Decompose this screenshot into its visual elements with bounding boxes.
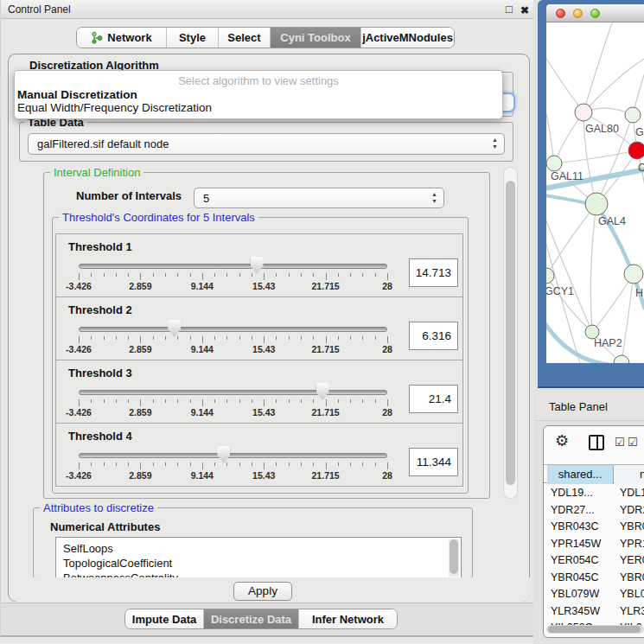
slider-ticks [79,399,387,407]
network-node-label: GAL11 [551,170,583,182]
attribute-item[interactable]: TopologicalCoefficient [56,556,461,571]
table-horizontal-scrollbar[interactable] [546,625,644,634]
slider-track[interactable] [79,453,387,458]
attributes-scrollbar-thumb[interactable] [450,539,458,574]
combobox-stepper-icon[interactable]: ▲▼ [492,137,498,150]
cell-name[interactable]: YDL1 [620,485,644,501]
network-nodes[interactable] [546,104,644,363]
threshold-value-field[interactable]: 14.713 [409,258,458,287]
zoom-traffic-light-icon[interactable] [590,9,600,18]
cell-name[interactable]: YLR3 [620,603,644,620]
threshold-value-field[interactable]: 6.316 [409,322,458,350]
table-data-combobox[interactable]: galFiltered.sif default node ▲▼ [28,133,505,155]
bottom-tab-impute-data[interactable]: Impute Data [125,609,203,628]
slider-thumb[interactable] [217,446,230,463]
threshold-value-field[interactable]: 11.344 [409,448,458,476]
slider-thumb[interactable] [316,383,329,400]
table-row[interactable]: YBL079WYBL0 [544,586,644,603]
node-h[interactable] [624,265,643,284]
node-gal80[interactable] [575,104,592,121]
number-of-intervals-combobox[interactable]: 5 ▲▼ [194,188,444,208]
network-node-label: GA [635,126,644,138]
cell-name[interactable]: YBR0 [620,570,644,586]
cell-shared-name[interactable]: YBL079W [551,586,613,603]
slider-thumb[interactable] [168,320,181,337]
table-row[interactable]: YBR043CYBR0 [544,519,644,536]
cell-shared-name[interactable]: YER054C [551,552,613,569]
table-panel-title: Table Panel [549,400,608,413]
tab-label: Cyni Toolbox [280,31,350,44]
node-gal4[interactable] [585,193,608,215]
column-header-shared-name[interactable]: shared... [547,465,614,484]
network-window-titlebar[interactable] [546,4,644,22]
minimize-traffic-light-icon[interactable] [573,9,583,18]
network-canvas[interactable]: GAL80GACGAL11GAL4GCY1HHAP2 [546,22,644,363]
algorithm-option[interactable]: Equal Width/Frequency Discretization [17,101,212,114]
threshold-label: Threshold 1 [68,240,132,253]
table-header-row: shared... na [544,464,644,483]
table-row[interactable]: YDL19...YDL1 [544,485,644,502]
slider-thumb[interactable] [251,257,264,274]
combobox-stepper-icon[interactable]: ▲▼ [431,191,437,205]
slider-track[interactable] [79,390,387,395]
table-row[interactable]: YLR345WYLR3 [544,603,644,621]
panel-title: Control Panel [8,3,71,16]
table-row[interactable]: YBR045CYBR0 [544,570,644,587]
table-horizontal-scrollbar-thumb[interactable] [548,626,641,633]
float-window-icon[interactable]: □ [506,3,513,16]
numerical-attributes-label: Numerical Attributes [50,520,160,533]
node-top-right[interactable] [625,107,641,123]
node-gal11[interactable] [546,156,562,171]
table-row[interactable]: YPR145WYPR1 [544,536,644,553]
numerical-attributes-list[interactable]: SelfLoopsTopologicalCoefficientBetweenne… [55,537,462,578]
settings-scrollbar[interactable] [503,167,518,499]
column-header-name[interactable]: na [615,465,644,484]
network-node-label: HAP2 [594,337,622,349]
gear-icon[interactable]: ⚙ [555,431,569,450]
cell-name[interactable]: YER0 [620,552,644,569]
cell-name[interactable]: YDR2 [620,502,644,519]
cell-name[interactable]: YBL0 [620,586,644,603]
cell-shared-name[interactable]: YBR045C [551,570,613,586]
tab-style[interactable]: Style [166,28,218,48]
node-bottom[interactable] [614,355,629,363]
attribute-item[interactable]: SelfLoops [56,538,461,556]
attributes-scrollbar[interactable] [449,539,459,577]
tab-network[interactable]: Network [77,28,166,48]
table-row[interactable]: YER054CYER0 [544,552,644,570]
checkbox-checked-icon[interactable]: ☑ [615,436,625,449]
apply-button[interactable]: Apply [233,582,292,601]
node-red[interactable] [628,142,644,159]
cell-shared-name[interactable]: YDR27... [551,502,613,519]
bottom-tab-infer-network[interactable]: Infer Network [298,609,397,628]
checkbox-checked-icon[interactable]: ☑ [628,436,638,449]
settings-scrollbar-thumb[interactable] [506,181,515,485]
slider-scale-labels: -3.4262.8599.14415.4321.71528 [79,407,387,418]
tab-cyni-toolbox[interactable]: Cyni Toolbox [270,28,360,48]
slider-track[interactable] [79,327,387,332]
cell-shared-name[interactable]: YPR145W [551,536,613,552]
slider-track[interactable] [79,264,387,269]
table-row[interactable]: YDR27...YDR2 [544,502,644,520]
cyni-toolbox-panel: Discretization Algorithm Select algorith… [8,54,530,602]
algorithm-option[interactable]: Manual Discretization [17,88,137,101]
slider-scale-labels: -3.4262.8599.14415.4321.71528 [79,344,387,354]
cell-name[interactable]: YPR1 [620,536,644,552]
bottom-tab-discretize-data[interactable]: Discretize Data [203,609,298,628]
bottom-tab-strip: Impute DataDiscretize DataInfer Network [1,603,537,636]
close-traffic-light-icon[interactable] [556,9,565,18]
control-panel: Control Panel □ ✖ NetworkStyleSelectCyni… [0,0,536,637]
close-icon[interactable]: ✖ [520,4,529,16]
network-icon [91,31,103,44]
tab-jactivemnodules[interactable]: jActiveMNodules [360,28,454,48]
cell-shared-name[interactable]: YLR345W [551,603,613,620]
cell-shared-name[interactable]: YDL19... [551,485,613,501]
split-columns-icon[interactable] [589,435,604,450]
attributes-group-label: Attributes to discretize [40,501,157,514]
cell-name[interactable]: YBR0 [620,519,644,535]
tab-select[interactable]: Select [218,28,270,48]
cell-shared-name[interactable]: YBR043C [551,519,613,535]
app-root: Control Panel □ ✖ NetworkStyleSelectCyni… [0,0,644,644]
threshold-row: Threshold 1-3.4262.8599.14415.4321.71528… [55,233,463,297]
threshold-value-field[interactable]: 21.4 [409,385,458,413]
